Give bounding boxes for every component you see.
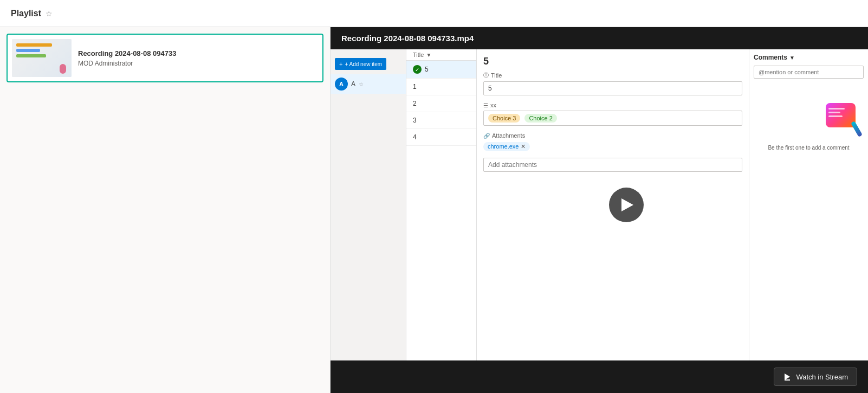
video-title-text: Recording 2024-08-08 094733.mp4 <box>341 34 474 43</box>
thumbnail-bg <box>12 39 72 77</box>
star-icon[interactable]: ☆ <box>46 9 53 18</box>
video-bottom-bar: Watch in Stream <box>331 360 868 393</box>
add-button-label: + Add new item <box>345 61 382 67</box>
inner-list-header: Title ▼ <box>406 49 476 61</box>
inner-row-active-5[interactable]: ✓ 5 <box>406 61 476 79</box>
add-attachments-input[interactable] <box>483 158 742 172</box>
inner-row-4[interactable]: 4 <box>406 129 476 146</box>
be-first-comment-text: Be the first one to add a comment <box>754 145 864 151</box>
video-screenshot: + + Add new item A A ☆ <box>331 49 868 360</box>
nav-item-a-label: A <box>351 80 355 88</box>
video-panel: Recording 2024-08-08 094733.mp4 + + Add … <box>331 27 868 393</box>
playlist-item-title: Recording 2024-08-08 094733 <box>78 49 318 57</box>
xx-field-label: ☰ xx <box>483 102 742 108</box>
play-triangle-icon <box>621 198 633 211</box>
watch-stream-icon <box>783 372 792 381</box>
playlist-thumbnail <box>12 39 72 77</box>
comment-input[interactable] <box>754 66 864 79</box>
xx-label-text: xx <box>490 102 496 108</box>
choice-badge-2[interactable]: Choice 2 <box>524 114 556 123</box>
comments-header: Comments ▼ <box>754 54 864 61</box>
svg-marker-0 <box>785 373 790 380</box>
thumb-bar-1 <box>16 43 52 47</box>
playlist-item[interactable]: Recording 2024-08-08 094733 MOD Administ… <box>7 34 323 82</box>
video-content: + + Add new item A A ☆ <box>331 49 868 360</box>
row-4-label: 4 <box>413 133 417 141</box>
xx-icon: ☰ <box>483 102 488 108</box>
attachments-label-text: Attachments <box>492 132 525 139</box>
playlist-panel: Recording 2024-08-08 094733 MOD Administ… <box>0 27 331 393</box>
attachment-icon: 🔗 <box>483 133 490 139</box>
inner-sidebar: + + Add new item A A ☆ <box>331 49 406 360</box>
inner-row-1[interactable]: 1 <box>406 79 476 95</box>
inner-row-3[interactable]: 3 <box>406 112 476 129</box>
thumb-bar-3 <box>16 54 46 57</box>
video-title-bar: Recording 2024-08-08 094733.mp4 <box>331 27 868 49</box>
row-1-label: 1 <box>413 83 417 91</box>
inner-app: + + Add new item A A ☆ <box>331 49 868 360</box>
attachment-chip-label: chrome.exe <box>488 143 519 150</box>
row-2-label: 2 <box>413 100 417 107</box>
detail-attachments-field: 🔗 Attachments chrome.exe ✕ <box>483 132 742 172</box>
stream-illustration-wrap <box>754 100 864 140</box>
row-3-label: 3 <box>413 117 417 124</box>
attachments-row: chrome.exe ✕ <box>483 141 742 151</box>
play-button-overlay[interactable] <box>609 188 644 222</box>
title-field-label: Ⓣ Title <box>483 72 742 79</box>
thumb-bar-2 <box>16 49 40 52</box>
attachments-field-label: 🔗 Attachments <box>483 132 742 139</box>
page-header: Playlist ☆ <box>0 0 868 27</box>
inner-nav-item-a[interactable]: A A ☆ <box>331 74 406 94</box>
title-label-text: Title <box>491 72 502 79</box>
page-title: Playlist <box>11 9 41 18</box>
title-icon: Ⓣ <box>483 72 489 79</box>
choice-badge-3[interactable]: Choice 3 <box>488 114 520 123</box>
plus-icon: + <box>339 61 342 67</box>
thumb-mic <box>60 64 66 74</box>
nav-star-icon: ☆ <box>359 81 364 87</box>
detail-xx-field: ☰ xx Choice 3 Choice 2 <box>483 102 742 126</box>
column-title-label: Title <box>413 51 424 58</box>
main-content: Recording 2024-08-08 094733 MOD Administ… <box>0 27 868 393</box>
avatar-a: A <box>335 78 348 91</box>
watch-in-stream-label: Watch in Stream <box>796 373 848 381</box>
detail-number: 5 <box>483 56 742 67</box>
inner-row-2[interactable]: 2 <box>406 95 476 112</box>
comments-chevron-icon: ▼ <box>789 55 795 61</box>
inner-list-col: Title ▼ ✓ 5 1 2 <box>406 49 477 360</box>
playlist-item-author: MOD Administrator <box>78 60 318 67</box>
playlist-item-info: Recording 2024-08-08 094733 MOD Administ… <box>78 49 318 67</box>
stream-logo-icon <box>823 100 861 138</box>
comments-title: Comments <box>754 54 787 61</box>
check-circle-icon: ✓ <box>413 65 422 74</box>
inner-comments-panel: Comments ▼ <box>749 49 868 360</box>
attachment-remove-icon[interactable]: ✕ <box>521 143 526 150</box>
sort-icon: ▼ <box>426 52 431 58</box>
detail-title-field: Ⓣ Title <box>483 72 742 95</box>
svg-rect-1 <box>785 379 790 381</box>
choices-row: Choice 3 Choice 2 <box>483 111 742 126</box>
watch-in-stream-button[interactable]: Watch in Stream <box>774 368 857 386</box>
active-row-label: 5 <box>425 66 429 73</box>
inner-add-button[interactable]: + + Add new item <box>335 58 386 70</box>
title-input[interactable] <box>483 81 742 95</box>
attachment-chip[interactable]: chrome.exe ✕ <box>483 142 530 151</box>
